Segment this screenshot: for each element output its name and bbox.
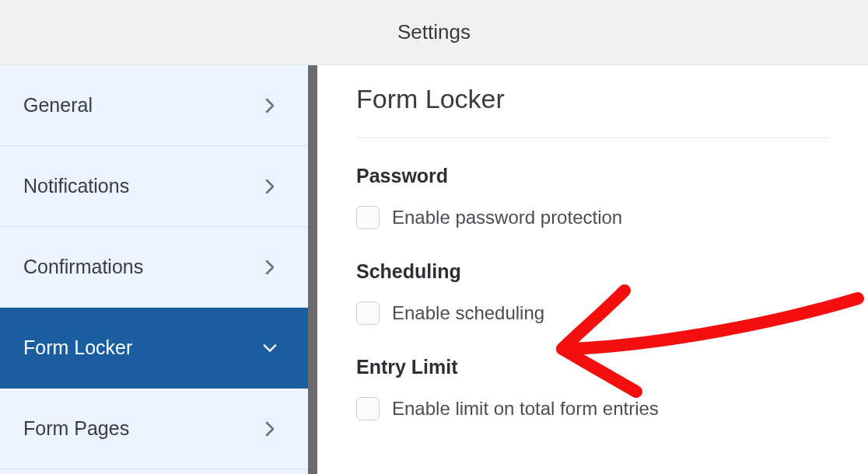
enable-password-protection-checkbox[interactable] [356,206,380,229]
section-heading: Password [356,165,829,187]
page-header-title: Settings [397,20,471,44]
sidebar-item-label: Confirmations [23,256,143,278]
sidebar-item-label: Form Locker [23,336,132,359]
enable-entry-limit-checkbox[interactable] [356,397,380,420]
sidebar-item-label: Form Pages [23,417,129,440]
section-password: Password Enable password protection [356,165,829,229]
sidebar-item-form-pages[interactable]: Form Pages [0,389,308,469]
sidebar-item-label: Notifications [23,175,129,197]
header: Settings [0,0,868,65]
enable-scheduling-checkbox[interactable] [356,301,380,325]
checkbox-label[interactable]: Enable scheduling [392,302,544,324]
sidebar-item-notifications[interactable]: Notifications [0,146,308,227]
chevron-right-icon [263,260,277,274]
sidebar-item-label: General [23,94,93,117]
checkbox-row-entry-limit: Enable limit on total form entries [356,397,829,420]
section-entry-limit: Entry Limit Enable limit on total form e… [356,356,829,420]
settings-sidebar: General Notifications Confirmations Form… [0,65,317,474]
chevron-down-icon [263,341,277,355]
sidebar-item-form-locker[interactable]: Form Locker [0,308,308,389]
checkbox-row-scheduling: Enable scheduling [356,301,829,325]
chevron-right-icon [263,422,277,436]
checkbox-row-password: Enable password protection [356,206,829,229]
section-scheduling: Scheduling Enable scheduling [356,260,829,325]
sidebar-item-confirmations[interactable]: Confirmations [0,227,308,308]
body: General Notifications Confirmations Form… [0,65,868,474]
checkbox-label[interactable]: Enable limit on total form entries [392,398,659,420]
sidebar-item-general[interactable]: General [0,65,308,146]
section-heading: Entry Limit [356,356,829,378]
checkbox-label[interactable]: Enable password protection [392,207,622,228]
main-panel: Form Locker Password Enable password pro… [317,65,868,474]
chevron-right-icon [263,99,277,113]
page-title: Form Locker [356,84,829,138]
section-heading: Scheduling [356,260,829,283]
chevron-right-icon [263,179,277,193]
